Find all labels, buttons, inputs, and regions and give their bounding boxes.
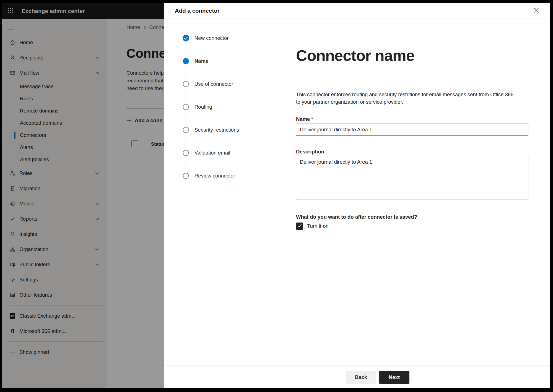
step-label: Name [194,57,208,65]
step-upcoming-icon [183,81,189,87]
step-label: Routing [194,103,212,111]
required-asterisk: * [311,116,313,122]
wizard-step-routing[interactable]: Routing [164,103,280,111]
name-field-label: Name* [296,116,313,122]
app-window: Exchange admin center Home Recipients Ma… [2,3,550,388]
add-connector-dialog: Add a connector New connector Name Use o… [164,3,550,388]
close-icon [532,6,541,15]
wizard-step-use-of-connector[interactable]: Use of connector [164,80,280,88]
turn-it-on-checkbox[interactable] [296,223,303,230]
back-button[interactable]: Back [346,371,376,384]
step-label: Review connector [194,172,235,180]
next-button[interactable]: Next [379,371,409,384]
step-description: This connector enforces routing and secu… [296,91,513,106]
step-completed-icon [183,35,189,41]
step-page-heading: Connector name [296,46,414,64]
step-upcoming-icon [183,127,189,133]
wizard-step-review-connector[interactable]: Review connector [164,172,280,180]
step-current-icon [183,58,189,64]
name-label-text: Name [296,116,310,122]
dialog-footer: Back Next [164,365,550,388]
step-label: Use of connector [194,80,233,88]
step-label: New connector [194,34,229,42]
wizard-step-name[interactable]: Name [164,57,280,65]
dialog-header: Add a connector [164,3,550,19]
step-label: Security restrictions [194,126,239,134]
after-save-question: What do you want to do after connector i… [296,214,417,220]
description-line: This connector enforces routing and secu… [296,91,513,98]
connector-name-input[interactable] [296,124,528,136]
step-upcoming-icon [183,173,189,179]
wizard-steps-rail: New connector Name Use of connector Rout… [164,19,280,365]
step-label: Validation email [194,149,230,157]
dialog-title: Add a connector [175,3,220,19]
wizard-step-new-connector[interactable]: New connector [164,34,280,42]
checkmark-icon [297,224,302,229]
wizard-step-security-restrictions[interactable]: Security restrictions [164,126,280,134]
close-button[interactable] [532,6,541,15]
turn-it-on-label: Turn it on [307,223,328,229]
step-upcoming-icon [183,150,189,156]
description-field-label: Description [296,149,324,155]
wizard-step-validation-email[interactable]: Validation email [164,149,280,157]
step-upcoming-icon [183,104,189,110]
description-line: to your partner organization or service … [296,98,513,106]
connector-description-textarea[interactable]: Deliver journal directly to Area 1 [296,156,528,200]
turn-it-on-row: Turn it on [296,223,328,230]
